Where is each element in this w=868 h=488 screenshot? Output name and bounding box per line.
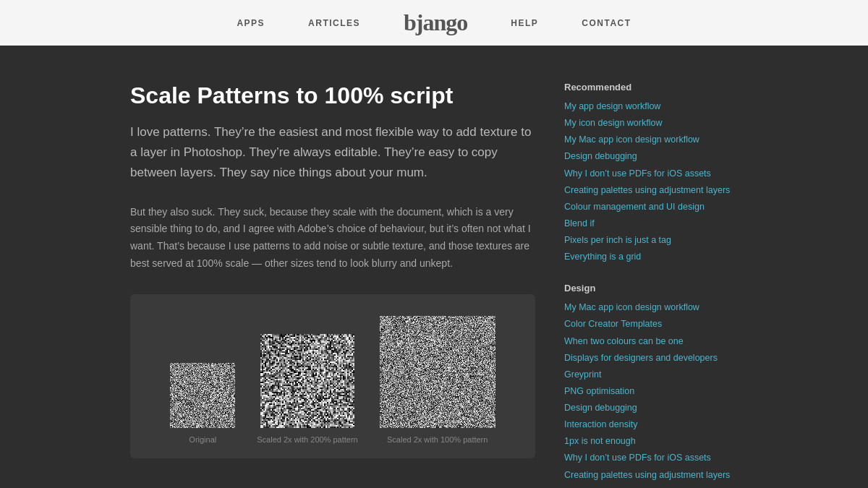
sidebar-link[interactable]: My Mac app icon design workflow <box>564 299 731 316</box>
sidebar: Recommended My app design workflow My ic… <box>564 82 731 488</box>
article-body: But they also suck. They suck, because t… <box>130 204 535 273</box>
pattern-label-original: Original <box>189 435 216 444</box>
sidebar-link[interactable]: When two colours can be one <box>564 333 731 350</box>
pattern-demo: Original Scaled 2x with 200% pattern Sca… <box>130 294 535 458</box>
sidebar-link[interactable]: Interaction density <box>564 416 731 433</box>
main-content: Scale Patterns to 100% script I love pat… <box>130 82 535 488</box>
sidebar-link[interactable]: My Mac app icon design workflow <box>564 132 731 148</box>
pattern-image-large <box>380 316 495 428</box>
article-intro: I love patterns. They’re the easiest and… <box>130 122 535 183</box>
sidebar-link[interactable]: My icon design workflow <box>564 115 731 132</box>
sidebar-link[interactable]: Blend if <box>564 215 731 232</box>
sidebar-link[interactable]: Design debugging <box>564 148 731 165</box>
sidebar-link[interactable]: Why I don’t use PDFs for iOS assets <box>564 166 731 182</box>
sidebar-link[interactable]: Creating palettes using adjustment layer… <box>564 467 731 484</box>
sidebar-link[interactable]: Greyprint <box>564 367 731 383</box>
pattern-image-medium <box>260 334 354 428</box>
article-title: Scale Patterns to 100% script <box>130 82 535 109</box>
sidebar-link[interactable]: Design debugging <box>564 400 731 416</box>
pattern-100: Scaled 2x with 100% pattern <box>380 316 495 444</box>
site-header: APPS ARTICLES bjango HELP CONTACT <box>0 0 868 46</box>
content-wrapper: Scale Patterns to 100% script I love pat… <box>0 46 868 488</box>
sidebar-link[interactable]: 1px is not enough <box>564 433 731 450</box>
sidebar-section-title-design: Design <box>564 283 731 294</box>
sidebar-link[interactable]: Why I don’t use PDFs for iOS assets <box>564 450 731 466</box>
sidebar-link[interactable]: Exploration <box>564 484 731 488</box>
sidebar-section-design: Design My Mac app icon design workflow C… <box>564 283 731 488</box>
sidebar-link[interactable]: My app design workflow <box>564 98 731 115</box>
nav-apps[interactable]: APPS <box>237 18 265 28</box>
main-nav: APPS ARTICLES bjango HELP CONTACT <box>237 9 631 36</box>
pattern-label-200: Scaled 2x with 200% pattern <box>257 435 357 444</box>
pattern-label-100: Scaled 2x with 100% pattern <box>387 435 488 444</box>
nav-articles[interactable]: ARTICLES <box>308 18 360 28</box>
sidebar-link[interactable]: Displays for designers and developers <box>564 350 731 367</box>
pattern-200: Scaled 2x with 200% pattern <box>257 334 357 444</box>
sidebar-section-recommended: Recommended My app design workflow My ic… <box>564 82 731 265</box>
pattern-original: Original <box>170 363 235 444</box>
sidebar-link[interactable]: PNG optimisation <box>564 383 731 400</box>
sidebar-link[interactable]: Color Creator Templates <box>564 316 731 333</box>
site-logo[interactable]: bjango <box>404 9 467 36</box>
sidebar-link[interactable]: Everything is a grid <box>564 249 731 265</box>
sidebar-link[interactable]: Creating palettes using adjustment layer… <box>564 182 731 199</box>
sidebar-link[interactable]: Colour management and UI design <box>564 199 731 215</box>
sidebar-link[interactable]: Pixels per inch is just a tag <box>564 232 731 249</box>
sidebar-section-title-recommended: Recommended <box>564 82 731 93</box>
nav-contact[interactable]: CONTACT <box>582 18 631 28</box>
pattern-image-small <box>170 363 235 428</box>
nav-help[interactable]: HELP <box>511 18 538 28</box>
